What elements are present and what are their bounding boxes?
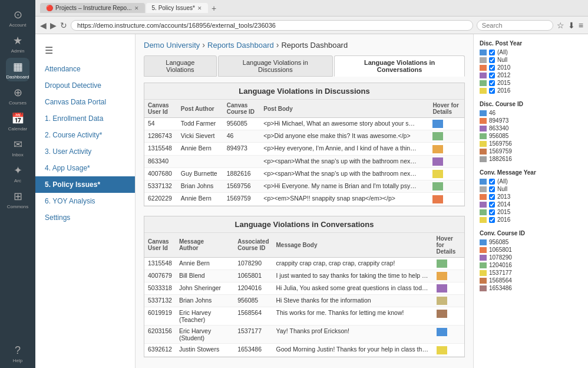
- tab-violations-conversations[interactable]: Language Violations in Conversations: [334, 55, 465, 77]
- legend-color-swatch: [480, 179, 487, 185]
- filter-checkbox[interactable]: [489, 65, 495, 71]
- filter-item[interactable]: Null: [480, 57, 582, 63]
- legend-color-swatch: [480, 186, 487, 192]
- filter-checkbox[interactable]: [489, 88, 495, 94]
- table-row: 6203156 Eric Harvey (Student) 1537177 Ya…: [144, 326, 464, 344]
- tab-violations-discussions[interactable]: Language Violations in Discussions: [218, 55, 333, 77]
- search-input[interactable]: [477, 20, 553, 31]
- filter-item: 956085: [480, 239, 582, 245]
- close-tab-icon[interactable]: ✕: [134, 5, 139, 11]
- nav-icon-calendar[interactable]: 📅 Calendar: [6, 110, 29, 133]
- table-row: 1315548 Annie Bern 894973 <p>Hey everyon…: [144, 143, 464, 155]
- sidebar-item-enrollment[interactable]: 1. Enrollment Data: [35, 110, 135, 127]
- filter-checkbox[interactable]: [489, 209, 495, 215]
- filter-item: 1882616: [480, 156, 582, 162]
- cell-user-id: 6392612: [144, 344, 176, 356]
- refresh-button[interactable]: ↻: [60, 21, 67, 30]
- nav-icon-commons[interactable]: ⊞ Commons: [6, 188, 29, 211]
- filter-item[interactable]: 2010: [480, 64, 582, 71]
- filter-checkbox[interactable]: [489, 57, 495, 63]
- filter-checkbox[interactable]: [489, 202, 495, 208]
- breadcrumb-reports[interactable]: Reports Dashboard: [207, 41, 274, 50]
- conversations-table: CanvasUser Id MessageAuthor AssociatedCo…: [144, 233, 464, 357]
- sidebar-item-course-activity[interactable]: 2. Course Activity*: [35, 127, 135, 143]
- filter-checkbox[interactable]: [489, 73, 495, 78]
- legend-color-swatch: [480, 278, 487, 284]
- filter-item[interactable]: 2016: [480, 216, 582, 223]
- nav-icon-dashboard[interactable]: ▦ Dashboard: [6, 58, 29, 81]
- legend-color-swatch: [480, 194, 487, 200]
- cell-body: <p>Hi Michael, What an awesome story abo…: [260, 118, 429, 130]
- sidebar-item-canvas-data[interactable]: Canvas Data Portal: [35, 94, 135, 110]
- sidebar-item-app-usage[interactable]: 4. App Usage*: [35, 160, 135, 176]
- cell-author: Guy Burnette: [177, 167, 223, 180]
- cell-body: <p>Did anyone else make this? It was awe…: [260, 130, 429, 143]
- new-tab-button[interactable]: +: [212, 4, 216, 13]
- close-tab-active-icon[interactable]: ✕: [197, 5, 202, 11]
- filter-checkbox[interactable]: [489, 50, 495, 55]
- menu-icon[interactable]: ≡: [579, 21, 583, 30]
- cell-user-id: 6203156: [144, 326, 176, 344]
- cell-user-id: 54: [144, 118, 177, 130]
- download-icon[interactable]: ⬇: [568, 21, 575, 30]
- hamburger-icon[interactable]: ☰: [35, 40, 135, 61]
- nav-icon-inbox[interactable]: ✉ Inbox: [6, 136, 29, 159]
- nav-icon-help[interactable]: ? Help: [6, 342, 29, 366]
- left-navigation: ⊙ Account ★ Admin ▦ Dashboard ⊕ Courses …: [0, 0, 35, 368]
- filter-checkbox[interactable]: [489, 80, 495, 86]
- browser-tab-policy[interactable]: 5. Policy Issues* ✕: [146, 3, 208, 13]
- content-wrapper: ☰ Attendance Dropout Detective Canvas Da…: [35, 34, 588, 368]
- filter-item[interactable]: (All): [480, 49, 582, 55]
- filter-label: 2013: [497, 193, 510, 200]
- cell-color: [429, 180, 464, 193]
- cell-color: [433, 307, 464, 326]
- toolbar-icons: ☆ ⬇ ≡: [557, 21, 583, 30]
- filter-checkbox[interactable]: [489, 217, 495, 223]
- filter-item[interactable]: 2015: [480, 80, 582, 86]
- sidebar-item-dropout[interactable]: Dropout Detective: [35, 77, 135, 94]
- cell-color: [433, 326, 464, 344]
- filter-label: 1653486: [489, 285, 512, 291]
- breadcrumb-university[interactable]: Demo University: [144, 41, 200, 50]
- bookmark-icon[interactable]: ☆: [557, 21, 564, 30]
- table-row: 4007680 Guy Burnette 1882616 <p><span>Wh…: [144, 167, 464, 180]
- filter-item[interactable]: 2014: [480, 201, 582, 208]
- filter-item[interactable]: 2012: [480, 72, 582, 78]
- filter-checkbox[interactable]: [489, 179, 495, 185]
- filter-checkbox[interactable]: [489, 194, 495, 200]
- cell-body: <p><span>What the snap's up with the bat…: [260, 155, 429, 167]
- cell-body: crappity crap crap, crap crap, crappity …: [273, 257, 433, 270]
- back-button[interactable]: ◀: [40, 21, 47, 30]
- sidebar-item-settings[interactable]: Settings: [35, 209, 135, 226]
- legend-color-swatch: [480, 73, 487, 78]
- col-hover-details: Hover forDetails: [429, 100, 464, 118]
- filter-item[interactable]: Null: [480, 186, 582, 192]
- cell-body: Hi Steve thanks for the information: [273, 295, 433, 307]
- tab-language-violations[interactable]: Language Violations: [144, 55, 217, 77]
- sidebar-item-attendance[interactable]: Attendance: [35, 61, 135, 77]
- legend-color-swatch: [480, 209, 487, 215]
- nav-icon-courses[interactable]: ⊕ Courses: [6, 84, 29, 107]
- forward-button[interactable]: ▶: [50, 21, 57, 30]
- filter-checkbox[interactable]: [489, 186, 495, 192]
- sidebar-item-user-activity[interactable]: 3. User Activity: [35, 143, 135, 160]
- cell-author: John Sheringer: [176, 282, 234, 294]
- cell-user-id: 1286743: [144, 130, 177, 143]
- url-input[interactable]: [71, 20, 473, 31]
- sidebar-item-yoy[interactable]: 6. YOY Analysis: [35, 193, 135, 209]
- nav-icon-arc[interactable]: ✦ Arc: [6, 162, 29, 185]
- nav-icon-account[interactable]: ⊙ Account: [6, 6, 29, 29]
- filter-item[interactable]: (All): [480, 178, 582, 185]
- filter-item[interactable]: 2015: [480, 209, 582, 215]
- filter-item: 1569759: [480, 148, 582, 155]
- browser-tabs: 🔴 Projects – Instructure Repo... ✕ 5. Po…: [40, 3, 208, 13]
- filter-item[interactable]: 2013: [480, 193, 582, 200]
- sidebar-item-policy-issues[interactable]: 5. Policy Issues*: [35, 176, 135, 193]
- legend-color-swatch: [480, 156, 487, 162]
- legend-color-swatch: [480, 133, 487, 139]
- filter-label: 1204016: [489, 262, 512, 268]
- filter-item[interactable]: 2016: [480, 87, 582, 94]
- browser-tab-projects[interactable]: 🔴 Projects – Instructure Repo... ✕: [40, 3, 145, 13]
- nav-icon-admin[interactable]: ★ Admin: [6, 32, 29, 55]
- legend-color-swatch: [480, 80, 487, 86]
